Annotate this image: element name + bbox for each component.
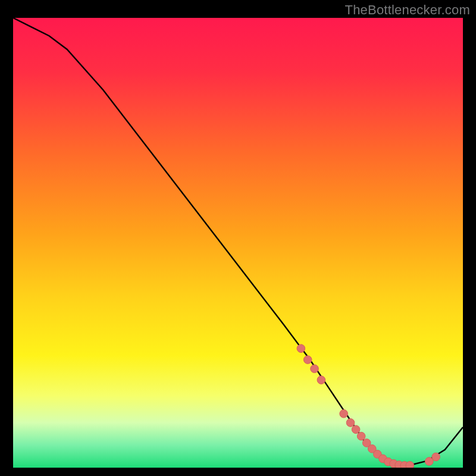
data-point xyxy=(432,453,440,461)
data-point xyxy=(357,432,365,440)
data-point xyxy=(297,345,305,353)
plot-area xyxy=(13,18,463,468)
data-point xyxy=(406,461,414,468)
data-point xyxy=(346,419,355,427)
chart-stage: TheBottlenecker.com xyxy=(0,0,476,476)
data-point xyxy=(352,425,360,434)
attribution-label: TheBottlenecker.com xyxy=(345,2,470,18)
data-point xyxy=(340,409,348,418)
gradient-background xyxy=(13,18,463,468)
data-point xyxy=(311,365,319,373)
bottleneck-chart xyxy=(13,18,463,468)
data-point xyxy=(317,376,325,384)
data-point xyxy=(303,356,312,364)
